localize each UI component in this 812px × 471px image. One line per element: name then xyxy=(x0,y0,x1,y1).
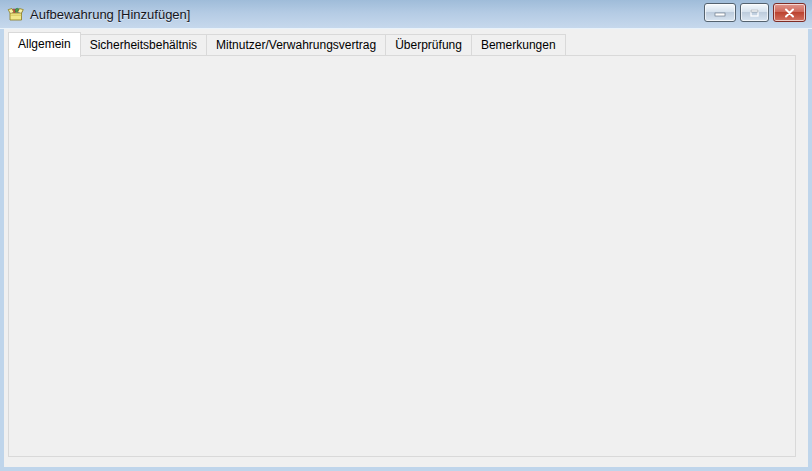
maximize-button[interactable] xyxy=(740,3,769,22)
tab-bemerkungen[interactable]: Bemerkungen xyxy=(472,34,566,56)
storage-box-icon xyxy=(7,5,25,23)
window-controls xyxy=(704,3,806,22)
close-icon xyxy=(784,8,795,18)
tab-bar: Allgemein Sicherheitsbehältnis Mitnutzer… xyxy=(8,32,566,57)
window-content: Allgemein Sicherheitsbehältnis Mitnutzer… xyxy=(4,29,808,467)
tab-allgemein[interactable]: Allgemein xyxy=(8,32,81,57)
tab-sicherheitsbehaeltnis[interactable]: Sicherheitsbehältnis xyxy=(81,34,207,56)
minimize-button[interactable] xyxy=(704,3,736,22)
tab-panel-allgemein xyxy=(8,55,796,457)
aufbewahrung-window: { "colors": { "titlebar_top": "#9fbcd9",… xyxy=(0,0,812,471)
minimize-icon xyxy=(714,9,726,17)
window-title: Aufbewahrung [Hinzufügen] xyxy=(30,7,190,22)
maximize-icon xyxy=(749,8,760,18)
titlebar: Aufbewahrung [Hinzufügen] xyxy=(0,0,812,29)
close-button[interactable] xyxy=(773,3,806,22)
tab-mitnutzer-verwahrungsvertrag[interactable]: Mitnutzer/Verwahrungsvertrag xyxy=(207,34,386,56)
tab-ueberpruefung[interactable]: Überprüfung xyxy=(386,34,472,56)
